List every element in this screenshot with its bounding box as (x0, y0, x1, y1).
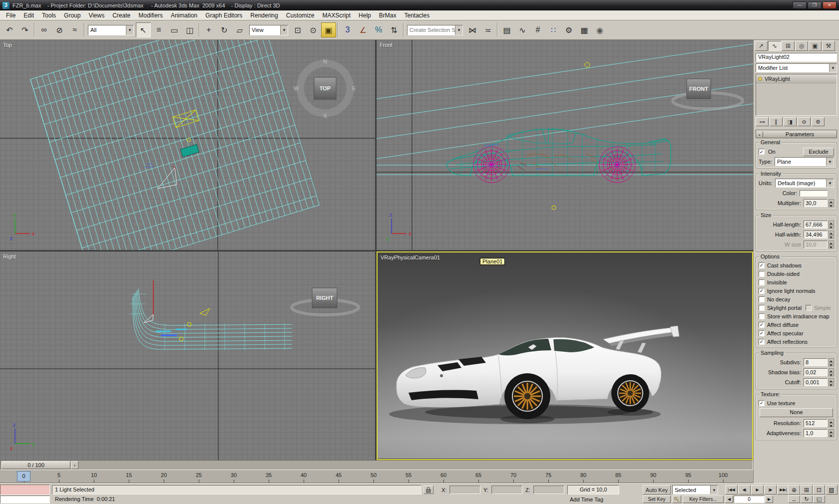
schematic-view-icon[interactable]: # (530, 22, 545, 37)
tab-motion[interactable]: ◎ (795, 41, 808, 51)
configure-modifier-sets-button[interactable]: ⚙ (812, 117, 825, 126)
redo-icon[interactable]: ↷ (17, 22, 32, 37)
make-unique-button[interactable]: ◨ (784, 117, 797, 126)
track-bar[interactable]: 0 / 100 › (0, 460, 753, 470)
menu-graph-editors[interactable]: Graph Editors (201, 11, 246, 20)
render-production-icon[interactable]: ◉ (592, 22, 607, 37)
menu-create[interactable]: Create (108, 11, 134, 20)
units-dropdown[interactable]: Default (image) ▾ (775, 179, 834, 188)
parameters-rollout-header[interactable]: - Parameters (756, 130, 837, 138)
resolution-spinner[interactable] (829, 419, 834, 427)
object-name-field[interactable]: VRayLight02 (756, 53, 837, 62)
half-length-spinner[interactable] (829, 221, 834, 229)
viewport-right-label[interactable]: Right (3, 253, 16, 259)
viewport-front[interactable]: FRONT x z y Front (377, 40, 753, 250)
chevron-down-icon[interactable]: ▾ (710, 486, 718, 494)
pan-view-icon[interactable]: ↔ (788, 496, 800, 503)
menu-modifiers[interactable]: Modifiers (134, 11, 167, 20)
zoom-icon[interactable]: ⊕ (788, 485, 800, 495)
modifier-list-dropdown[interactable]: Modifier List ▾ (756, 63, 837, 72)
menu-brmax[interactable]: BrMax (375, 11, 401, 20)
keyboard-shortcut-override-icon[interactable]: ▣ (321, 22, 336, 37)
unlink-selection-icon[interactable]: ⊘ (52, 22, 67, 37)
svg-text:S[interactable]: S (323, 113, 327, 119)
camera-fov-cone[interactable] (144, 314, 153, 323)
x-coordinate-field[interactable] (449, 486, 480, 494)
chevron-down-icon[interactable]: ▾ (280, 25, 288, 35)
tab-utilities[interactable]: ⚒ (822, 41, 835, 51)
chevron-down-icon[interactable]: ▾ (826, 179, 834, 187)
set-key-button[interactable]: Set Key (643, 496, 671, 503)
cutoff-field[interactable]: 0,001 (804, 378, 828, 386)
named-selection-set-combo[interactable]: Create Selection Set▾ (407, 25, 463, 35)
snaps-toggle-icon[interactable]: 3 (340, 22, 355, 37)
type-dropdown[interactable]: Plane ▾ (775, 157, 834, 166)
checkbox-skylight-portal[interactable] (759, 305, 765, 311)
undo-icon[interactable]: ↶ (2, 22, 17, 37)
tab-create[interactable]: ↗ (755, 41, 768, 51)
checkbox-affect-reflections[interactable] (759, 339, 765, 345)
backdrop-plane-wireframe[interactable] (30, 40, 320, 250)
key-mode-dropdown[interactable]: Selected ▾ (672, 485, 718, 495)
tab-display[interactable]: ▣ (809, 41, 822, 51)
light-handle[interactable] (187, 322, 191, 326)
svg-text:E[interactable]: E (352, 85, 356, 91)
light-color-swatch[interactable] (800, 190, 828, 197)
bind-to-space-warp-icon[interactable]: ≈ (67, 22, 82, 37)
checkbox-store-with-irradiance-map[interactable] (759, 313, 765, 319)
chevron-down-icon[interactable]: ▾ (126, 25, 133, 35)
timeline-ruler[interactable]: 0 05101520253035404550556065707580859095… (0, 470, 753, 483)
selection-filter-dropdown[interactable]: All▾ (88, 25, 134, 35)
curve-editor-icon[interactable]: ∿ (515, 22, 530, 37)
play-animation-button[interactable]: ▶ (751, 485, 764, 495)
go-to-start-button[interactable]: |◀◀ (725, 485, 738, 495)
current-frame-marker[interactable]: 0 (17, 471, 30, 482)
checkbox-cast-shadows[interactable] (759, 262, 765, 268)
viewport-camera-label[interactable]: VRayPhysicalCamera01 (381, 254, 440, 260)
chevron-down-icon[interactable]: ▾ (829, 64, 837, 72)
light-handle[interactable] (585, 62, 590, 67)
texture-none-button[interactable]: None (760, 408, 833, 417)
rectangular-selection-region-icon[interactable]: ▭ (167, 22, 182, 37)
menu-group[interactable]: Group (60, 11, 84, 20)
checkbox-use-texture[interactable] (759, 400, 765, 406)
checkbox-ignore-light-normals[interactable] (759, 288, 765, 294)
viewport-top[interactable]: N E S W TOP x y z Top (0, 40, 375, 250)
shadow-bias-spinner[interactable] (829, 368, 834, 376)
tab-modify[interactable]: ∿ (768, 41, 781, 51)
viewport-right[interactable]: RIGHT y z x Right (0, 252, 375, 460)
checkbox-no-decay[interactable] (759, 296, 765, 302)
zoom-extents-icon[interactable]: ⊡ (813, 485, 825, 495)
adaptiveness-spinner[interactable] (829, 429, 834, 437)
frame-step-forward-button[interactable]: ▶ (765, 496, 773, 503)
selection-lock-toggle[interactable] (423, 486, 433, 494)
add-time-tag-button[interactable]: Add Time Tag (570, 497, 603, 503)
checkbox-affect-specular[interactable] (759, 330, 765, 336)
chevron-down-icon[interactable]: ▾ (826, 158, 834, 166)
svg-text:N[interactable]: N (323, 58, 327, 64)
adaptiveness-field[interactable]: 1,0 (804, 429, 828, 437)
tab-hierarchy[interactable]: ⊞ (782, 41, 795, 51)
layer-manager-icon[interactable]: ▤ (499, 22, 514, 37)
menu-rendering[interactable]: Rendering (246, 11, 282, 20)
select-object-icon[interactable]: ↖ (136, 22, 151, 37)
align-icon[interactable]: ≍ (480, 22, 495, 37)
zoom-region-icon[interactable]: ▧ (826, 485, 838, 495)
checkbox-affect-diffuse[interactable] (759, 322, 765, 328)
checkbox-invisible[interactable] (759, 279, 765, 285)
maxscript-mini-recorder[interactable] (0, 485, 50, 495)
time-slider[interactable]: 0 / 100 (1, 461, 70, 469)
select-and-move-icon[interactable]: + (201, 22, 216, 37)
menu-maxscript[interactable]: MAXScript (318, 11, 355, 20)
multiplier-spinner[interactable] (829, 199, 834, 207)
menu-tools[interactable]: Tools (38, 11, 60, 20)
checkbox-double-sided[interactable] (759, 271, 765, 277)
rendered-frame-window-icon[interactable]: ▦ (577, 22, 592, 37)
half-width-spinner[interactable] (829, 231, 834, 239)
auto-key-button[interactable]: Auto Key (643, 485, 671, 495)
half-width-field[interactable]: 34,496 (804, 231, 828, 239)
maxscript-mini-listener[interactable] (0, 496, 50, 504)
select-and-manipulate-icon[interactable]: ⊙ (306, 22, 321, 37)
rear-wheel-wireframe[interactable] (596, 143, 639, 186)
rear-wheel[interactable] (611, 374, 649, 412)
